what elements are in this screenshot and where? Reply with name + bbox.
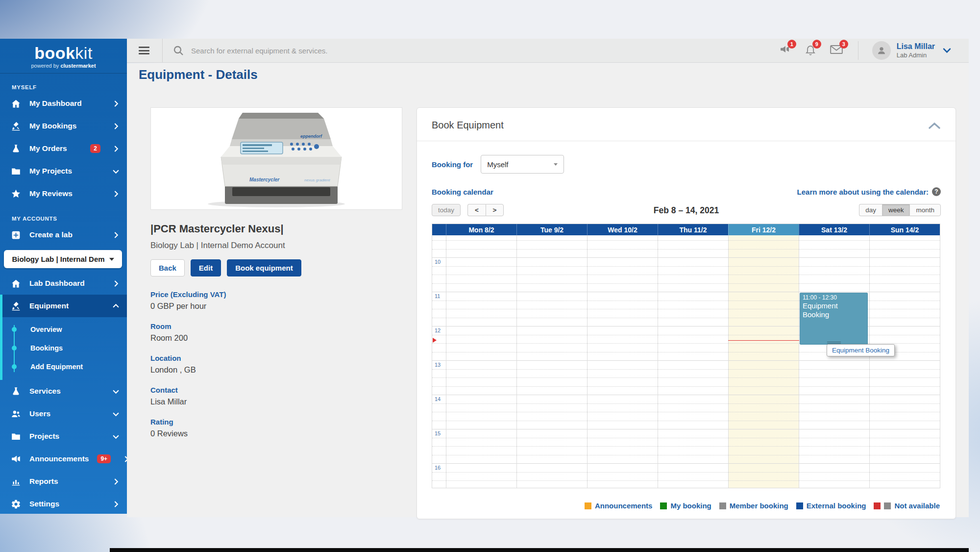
plus-square-icon [11, 230, 21, 240]
back-button[interactable]: Back [150, 259, 185, 276]
sidebar-item-my-bookings[interactable]: My Bookings [0, 115, 127, 137]
booking-event[interactable]: 11:00 - 12:30 Equipment Booking [800, 293, 868, 345]
sidebar-subitem-overview[interactable]: Overview [0, 320, 127, 339]
chevron-right-icon [113, 280, 119, 287]
equipment-name: |PCR Mastercycler Nexus| [150, 223, 402, 235]
chevron-right-icon [113, 146, 119, 152]
equipment-submenu: Overview Bookings Add Equipment [0, 317, 127, 380]
chevron-right-icon [113, 123, 119, 129]
section-my-accounts: MY ACCOUNTS [12, 216, 127, 222]
chevron-up-icon [113, 303, 119, 309]
field-rating: Rating 0 Reviews [150, 418, 402, 438]
booking-for-row: Booking for Myself [432, 155, 941, 174]
flask-icon [11, 386, 21, 397]
lab-switcher-dropdown[interactable]: Biology Lab | Internal Dem [4, 250, 122, 268]
equipment-organization: Biology Lab | Internal Demo Account [150, 241, 402, 251]
event-resize-handle[interactable] [827, 342, 841, 344]
detail-fields: Price (Excluding VAT) 0 GBP per hour Roo… [150, 290, 402, 438]
hamburger-menu-icon[interactable] [139, 47, 149, 54]
legend-item-not-available: Not available [874, 502, 940, 510]
field-price: Price (Excluding VAT) 0 GBP per hour [150, 290, 402, 311]
legend-swatch [660, 502, 667, 509]
calendar-body[interactable]: 10 11 12 13 14 15 16 11:00 - 12:30 Equip… [432, 235, 940, 488]
legend-swatch [719, 502, 726, 509]
sidebar-item-services[interactable]: Services [0, 380, 127, 402]
time-label: 14 [435, 396, 441, 402]
home-icon [11, 99, 21, 109]
book-equipment-panel: Book Equipment Booking for Myself Bookin… [416, 107, 956, 519]
day-header-sun: Sun 14/2 [869, 224, 940, 235]
sidebar: bookkit powered by clustermarket MYSELF … [0, 39, 127, 514]
edit-button[interactable]: Edit [191, 259, 221, 276]
calendar-legend: Announcements My booking Member booking … [433, 502, 940, 510]
brand-text: bookkit [0, 45, 127, 61]
chevron-right-icon [113, 501, 119, 507]
chevron-right-icon [113, 232, 119, 238]
sidebar-subitem-add-equipment[interactable]: Add Equipment [0, 357, 127, 376]
main-content: Equipment - Details Mastercycler nexus g… [127, 63, 969, 517]
search-input[interactable] [191, 47, 495, 55]
powered-by: powered by clustermarket [0, 63, 127, 69]
column-divider [516, 235, 517, 488]
learn-more-link[interactable]: Learn more about using the calendar: ? [797, 187, 941, 196]
user-menu[interactable]: Lisa Millar Lab Admin [872, 41, 951, 60]
folder-icon [11, 166, 21, 176]
booking-for-select[interactable]: Myself [481, 155, 564, 174]
current-time-line [728, 340, 799, 341]
current-time-arrow [433, 338, 437, 343]
legend-swatch [884, 502, 891, 509]
messages-button[interactable]: 3 [830, 44, 843, 57]
chevron-down-icon [113, 388, 119, 395]
chevron-down-icon [113, 433, 119, 440]
gear-icon [11, 499, 21, 509]
pcr-machine-image: Mastercycler nexus gradient eppendorf [196, 110, 357, 208]
notifications-button[interactable]: 9 [805, 44, 816, 58]
sidebar-item-lab-dashboard[interactable]: Lab Dashboard [0, 272, 127, 295]
sidebar-item-equipment[interactable]: Equipment [0, 295, 127, 317]
day-header-mon: Mon 8/2 [446, 224, 516, 235]
announcements-button[interactable]: 1 [779, 44, 791, 57]
column-divider [587, 235, 588, 488]
sidebar-item-my-orders[interactable]: My Orders 2 [0, 137, 127, 160]
sidebar-item-my-projects[interactable]: My Projects [0, 160, 127, 182]
month-view-button[interactable]: month [909, 204, 941, 216]
sidebar-item-my-dashboard[interactable]: My Dashboard [0, 92, 127, 115]
section-myself: MYSELF [12, 84, 127, 90]
notifications-count-badge: 9 [812, 40, 821, 49]
topbar-right: 1 9 3 Lisa Millar Lab Admin [765, 41, 951, 60]
app-logo: bookkit powered by clustermarket [0, 39, 127, 74]
week-view-button[interactable]: week [882, 204, 910, 216]
sidebar-item-announcements[interactable]: Announcements 9+ [0, 448, 127, 470]
day-header-tue: Tue 9/2 [516, 224, 587, 235]
panel-header: Book Equipment [417, 108, 956, 141]
sidebar-item-create-a-lab[interactable]: Create a lab [0, 224, 127, 246]
orders-badge: 2 [90, 144, 100, 153]
book-equipment-button[interactable]: Book equipment [227, 259, 301, 276]
calendar-toolbar: today < > Feb 8 – 14, 2021 day week mont… [432, 204, 941, 219]
time-label: 12 [435, 327, 441, 333]
collapse-panel-icon[interactable] [928, 122, 941, 129]
field-room: Room Room 200 [150, 322, 402, 343]
legend-item-member-booking: Member booking [719, 502, 788, 510]
sidebar-subitem-bookings[interactable]: Bookings [0, 339, 127, 357]
column-divider [728, 235, 729, 488]
column-divider [658, 235, 658, 488]
time-gutter-header [432, 224, 446, 235]
help-icon[interactable]: ? [932, 187, 941, 196]
star-icon [11, 189, 21, 199]
sidebar-item-my-reviews[interactable]: My Reviews [0, 182, 127, 205]
booking-for-label: Booking for [432, 160, 473, 169]
bottom-bar [110, 548, 969, 552]
caret-down-icon [109, 258, 114, 261]
sidebar-item-users[interactable]: Users [0, 402, 127, 425]
day-header-wed: Wed 10/2 [587, 224, 658, 235]
action-buttons: Back Edit Book equipment [150, 259, 402, 276]
event-title: Equipment Booking [803, 301, 865, 319]
sidebar-item-reports[interactable]: Reports [0, 470, 127, 493]
day-view-button[interactable]: day [859, 204, 882, 216]
user-role: Lab Admin [897, 51, 935, 59]
column-divider [799, 235, 799, 488]
sidebar-item-projects[interactable]: Projects [0, 425, 127, 448]
time-label: 10 [435, 259, 441, 265]
sidebar-item-settings[interactable]: Settings [0, 493, 127, 515]
